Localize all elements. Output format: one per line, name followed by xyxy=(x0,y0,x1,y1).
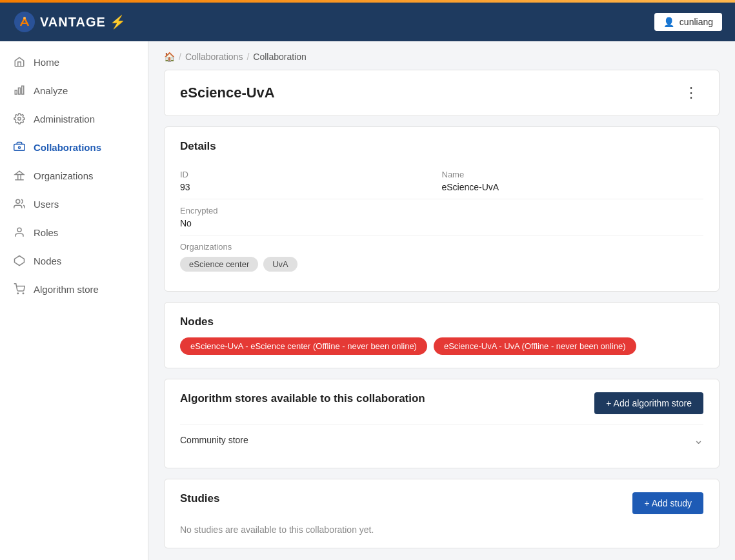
logo-text: VANTAGE xyxy=(40,15,106,30)
sidebar-item-users-label: Users xyxy=(34,199,59,210)
id-label: ID xyxy=(180,170,442,179)
node-chips: eScience-UvA - eScience center (Offline … xyxy=(180,337,703,355)
sidebar-item-collaborations[interactable]: Collaborations xyxy=(0,133,148,161)
algorithm-stores-card: Algorithm stores available to this colla… xyxy=(164,379,720,468)
page-title: eScience-UvA xyxy=(180,85,275,101)
svg-point-12 xyxy=(23,293,24,294)
home-icon xyxy=(13,55,26,68)
id-row: ID 93 xyxy=(180,163,442,199)
svg-rect-6 xyxy=(14,145,25,151)
breadcrumb-collaborations-link[interactable]: Collaborations xyxy=(185,52,243,62)
algorithm-store-icon xyxy=(13,283,26,295)
users-icon xyxy=(13,197,26,210)
content-area: 🏠 / Collaborations / Collaboration eScie… xyxy=(148,41,735,560)
studies-title: Studies xyxy=(180,492,219,505)
svg-point-0 xyxy=(14,12,35,32)
sidebar-item-users[interactable]: Users xyxy=(0,190,148,218)
sidebar: Home Analyze Administration Collaboratio… xyxy=(0,41,148,560)
sidebar-item-home-label: Home xyxy=(34,57,59,68)
svg-rect-2 xyxy=(15,90,17,94)
top-navbar: VANTAGE ⚡ 👤 cunliang xyxy=(0,3,735,41)
sidebar-item-collaborations-label: Collaborations xyxy=(34,142,101,153)
sidebar-item-home[interactable]: Home xyxy=(0,48,148,76)
svg-marker-10 xyxy=(15,256,25,266)
encrypted-row: Encrypted No xyxy=(180,199,703,235)
sidebar-item-organizations[interactable]: Organizations xyxy=(0,161,148,190)
svg-point-7 xyxy=(19,146,21,148)
add-algorithm-store-button[interactable]: + Add algorithm store xyxy=(594,392,703,414)
svg-rect-4 xyxy=(22,86,24,94)
id-value: 93 xyxy=(180,182,442,192)
name-row: Name eScience-UvA xyxy=(442,163,704,199)
sidebar-item-analyze[interactable]: Analyze xyxy=(0,76,148,105)
nodes-section-title: Nodes xyxy=(180,315,703,328)
breadcrumb-home-icon[interactable]: 🏠 xyxy=(164,52,175,62)
details-grid: ID 93 Name eScience-UvA Encrypted No Org… xyxy=(180,163,703,278)
sidebar-item-algorithm-store-label: Algorithm store xyxy=(34,284,99,295)
details-section-title: Details xyxy=(180,140,703,153)
organizations-icon xyxy=(13,169,26,182)
breadcrumb-current: Collaboration xyxy=(253,52,307,62)
sidebar-item-administration[interactable]: Administration xyxy=(0,105,148,133)
studies-empty-message: No studies are available to this collabo… xyxy=(180,525,703,535)
roles-icon xyxy=(13,226,26,239)
svg-point-1 xyxy=(23,17,26,19)
breadcrumb-sep-2: / xyxy=(247,52,249,62)
org-chip-1: UvA xyxy=(263,257,297,272)
more-options-button[interactable]: ⋮ xyxy=(679,83,703,103)
node-chip-1: eScience-UvA - UvA (Offline - never been… xyxy=(434,337,636,355)
details-card: Details ID 93 Name eScience-UvA Encrypte… xyxy=(164,126,720,292)
studies-header: Studies + Add study xyxy=(180,492,703,514)
add-study-button[interactable]: + Add study xyxy=(632,492,703,514)
sidebar-item-roles[interactable]: Roles xyxy=(0,218,148,246)
sidebar-item-analyze-label: Analyze xyxy=(34,85,68,96)
svg-point-11 xyxy=(17,293,19,294)
svg-point-5 xyxy=(18,117,21,121)
breadcrumb-sep-1: / xyxy=(179,52,181,62)
organizations-label: Organizations xyxy=(180,242,703,252)
store-label-0: Community store xyxy=(180,435,248,445)
analyze-icon xyxy=(13,84,26,97)
user-icon: 👤 xyxy=(663,17,674,27)
organizations-row: Organizations eScience center UvA xyxy=(180,235,703,278)
algorithm-stores-header: Algorithm stores available to this colla… xyxy=(180,392,703,414)
sidebar-item-nodes-label: Nodes xyxy=(34,255,61,266)
sidebar-item-administration-label: Administration xyxy=(34,114,95,125)
studies-card: Studies + Add study No studies are avail… xyxy=(164,479,720,548)
name-label: Name xyxy=(442,170,704,179)
org-chip-0: eScience center xyxy=(180,257,258,272)
page-title-card: eScience-UvA ⋮ xyxy=(164,70,720,116)
gear-icon xyxy=(13,112,26,125)
sidebar-item-roles-label: Roles xyxy=(34,227,58,238)
org-chips: eScience center UvA xyxy=(180,257,703,272)
collaborations-icon xyxy=(13,141,26,154)
sidebar-item-organizations-label: Organizations xyxy=(34,170,94,181)
svg-rect-3 xyxy=(19,88,21,94)
name-value: eScience-UvA xyxy=(442,182,704,192)
sidebar-item-nodes[interactable]: Nodes xyxy=(0,246,148,275)
logo: VANTAGE ⚡ xyxy=(13,10,126,34)
encrypted-value: No xyxy=(180,218,703,228)
logo-lightning: ⚡ xyxy=(110,14,126,30)
algorithm-stores-title: Algorithm stores available to this colla… xyxy=(180,392,425,405)
svg-point-9 xyxy=(17,228,21,232)
sidebar-item-algorithm-store[interactable]: Algorithm store xyxy=(0,275,148,303)
main-layout: Home Analyze Administration Collaboratio… xyxy=(0,41,735,560)
store-row-0: Community store ⌄ xyxy=(180,425,703,455)
user-name: cunliang xyxy=(680,17,713,27)
nodes-icon xyxy=(13,254,26,267)
logo-icon xyxy=(13,10,36,34)
chevron-down-icon[interactable]: ⌄ xyxy=(694,433,703,447)
nodes-card: Nodes eScience-UvA - eScience center (Of… xyxy=(164,302,720,368)
node-chip-0: eScience-UvA - eScience center (Offline … xyxy=(180,337,427,355)
breadcrumb: 🏠 / Collaborations / Collaboration xyxy=(148,41,735,70)
user-menu[interactable]: 👤 cunliang xyxy=(654,13,722,31)
svg-point-8 xyxy=(16,199,20,203)
encrypted-label: Encrypted xyxy=(180,206,703,215)
